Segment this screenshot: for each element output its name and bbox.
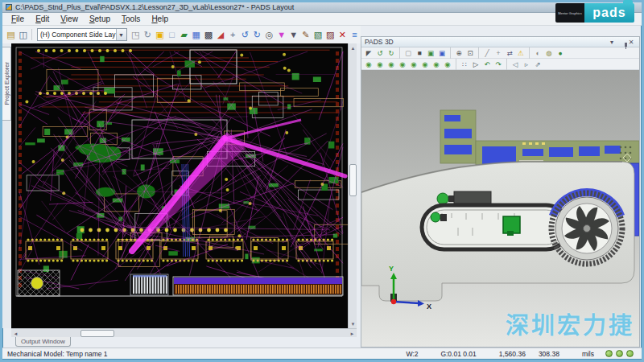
bottom-tab-row: Output Window bbox=[11, 337, 357, 348]
panel-close-icon[interactable]: ✕ bbox=[626, 39, 636, 46]
view-top-icon[interactable]: ◉ bbox=[375, 60, 386, 69]
layer-selector-combo[interactable]: (H) Component Side Lay▼ bbox=[37, 28, 127, 41]
pads-3d-title-bar: PADS 3D ▾ ✕ bbox=[361, 37, 639, 47]
toolbar-separator bbox=[506, 59, 507, 70]
board-top-icon[interactable]: ▣ bbox=[426, 48, 436, 58]
status-light-1[interactable] bbox=[605, 350, 613, 357]
clip-plane-icon[interactable]: ◐ bbox=[533, 48, 543, 58]
toolbar-separator bbox=[31, 29, 32, 40]
snap-icon[interactable]: ⇄ bbox=[505, 48, 515, 58]
toolbar-separator bbox=[399, 47, 400, 59]
canvas-vertical-scrollbar[interactable]: ▲ ▼ bbox=[348, 43, 357, 328]
delete-icon[interactable]: ✕ bbox=[337, 28, 348, 42]
grid-dots-icon[interactable]: ∷ bbox=[460, 60, 470, 69]
rotate-left-icon[interactable]: ↶ bbox=[482, 60, 493, 69]
display-colors-icon[interactable]: ▣ bbox=[155, 28, 165, 42]
stylus-icon[interactable]: ✎ bbox=[300, 28, 311, 42]
toolbar-separator bbox=[478, 47, 479, 59]
layers-icon[interactable]: ≡ bbox=[349, 28, 360, 42]
view-nets-icon[interactable]: ▧ bbox=[312, 28, 323, 42]
layer-selector-value: (H) Component Side Lay bbox=[38, 31, 116, 39]
menu-file[interactable]: File bbox=[6, 14, 30, 24]
menu-setup[interactable]: Setup bbox=[84, 14, 116, 24]
status-coord-x: 1,560.36 bbox=[499, 350, 526, 358]
redo-icon[interactable]: ↻ bbox=[252, 28, 262, 42]
view-right-icon[interactable]: ◉ bbox=[409, 60, 419, 69]
board-solid-icon[interactable]: ■ bbox=[415, 48, 425, 58]
layer-selector-dropdown-icon[interactable]: ▼ bbox=[116, 29, 126, 40]
axis-y-label: Y bbox=[389, 265, 394, 273]
move-icon[interactable]: + bbox=[228, 28, 238, 42]
pads-3d-toolbar-main: ◤↺↻▢■▣▣⊕⊡╱+⇄⚠◐◍● bbox=[361, 47, 639, 59]
rotate-right-icon[interactable]: ↷ bbox=[493, 60, 504, 69]
pads-layout-window: C:\PADS_Stnd_Plus_Eval\PADSVX.1.2\Lesson… bbox=[0, 0, 644, 362]
status-message: Mechanical Model: Temp name 1 bbox=[7, 350, 394, 358]
photo-view-icon[interactable]: ▩ bbox=[203, 28, 213, 42]
pads-logo: pads bbox=[584, 3, 634, 23]
refresh-icon[interactable]: ↻ bbox=[142, 28, 153, 42]
zoom-window-icon[interactable]: ⊡ bbox=[465, 48, 476, 58]
zoom-icon[interactable]: ◎ bbox=[264, 28, 275, 42]
status-light-2[interactable] bbox=[616, 350, 623, 357]
step-forward-icon[interactable]: ▹ bbox=[522, 60, 532, 69]
project-explorer-tab[interactable]: Project Explorer bbox=[2, 47, 11, 121]
axis-x-label: X bbox=[427, 302, 431, 311]
undo-icon[interactable]: ↺ bbox=[240, 28, 250, 42]
view-back-icon[interactable]: ◉ bbox=[431, 60, 442, 69]
drafting-icon[interactable]: □ bbox=[167, 28, 177, 42]
spin-left-icon[interactable]: ↺ bbox=[375, 48, 386, 58]
pcb-canvas[interactable] bbox=[11, 43, 348, 328]
vertical-scroll-thumb[interactable] bbox=[349, 164, 357, 196]
menu-edit[interactable]: Edit bbox=[30, 14, 55, 24]
view-left-icon[interactable]: ◉ bbox=[398, 60, 408, 69]
measure-point-icon[interactable]: + bbox=[493, 48, 504, 58]
filter-net-icon[interactable]: ▼ bbox=[276, 28, 287, 42]
export-icon[interactable]: ◍ bbox=[544, 48, 555, 58]
properties-icon[interactable]: ◳ bbox=[130, 28, 141, 42]
filter-display-icon[interactable]: ▼ bbox=[288, 28, 299, 42]
menu-tools[interactable]: Tools bbox=[116, 14, 146, 24]
status-units: mils bbox=[582, 350, 594, 358]
spin-right-icon[interactable]: ↻ bbox=[386, 48, 397, 58]
view-box-icon[interactable]: ▢ bbox=[403, 48, 414, 58]
view-front-icon[interactable]: ◉ bbox=[420, 60, 431, 69]
menu-bar: FileEditViewSetupToolsHelp bbox=[2, 13, 642, 26]
open-file-icon[interactable]: ▤ bbox=[6, 28, 16, 42]
pads-3d-panel: PADS 3D ▾ ✕ ◤↺↻▢■▣▣⊕⊡╱+⇄⚠◐◍● ◉◉◉◉◉◉◉◉∷▷↶… bbox=[361, 36, 640, 348]
watermark-text: 深圳宏力捷 bbox=[506, 306, 634, 340]
add-route-icon[interactable]: ◢ bbox=[215, 28, 225, 42]
output-window-tab[interactable]: Output Window bbox=[15, 337, 71, 347]
app-icon bbox=[6, 4, 12, 10]
toolbar-separator bbox=[450, 47, 451, 59]
step-back-icon[interactable]: ◁ bbox=[510, 60, 521, 69]
zoom-in-icon[interactable]: ⊕ bbox=[454, 48, 464, 58]
cursor-select-icon[interactable]: ▷ bbox=[471, 60, 481, 69]
status-width: W:2 bbox=[406, 350, 418, 358]
verify-design-icon[interactable]: ▨ bbox=[325, 28, 336, 42]
collision-warning-icon[interactable]: ⚠ bbox=[516, 48, 526, 58]
menu-help[interactable]: Help bbox=[146, 14, 174, 24]
view-bottom-icon[interactable]: ◉ bbox=[386, 60, 397, 69]
pcb-design-drawing bbox=[11, 43, 348, 328]
toolbar-separator bbox=[456, 59, 456, 70]
board-bottom-icon[interactable]: ▣ bbox=[437, 48, 448, 58]
status-light-3[interactable] bbox=[626, 350, 634, 357]
save-icon[interactable]: ◫ bbox=[18, 28, 28, 42]
view-rotate-icon[interactable]: ◉ bbox=[443, 60, 453, 69]
walk-icon[interactable]: ⇗ bbox=[533, 60, 543, 69]
eco-mode-icon[interactable]: ▰ bbox=[179, 28, 189, 42]
status-lights bbox=[605, 350, 634, 357]
measure-icon[interactable]: ╱ bbox=[482, 48, 493, 58]
canvas-horizontal-scrollbar[interactable]: ◄ ► bbox=[11, 328, 357, 337]
horizontal-scroll-thumb[interactable] bbox=[80, 330, 114, 337]
3d-viewport[interactable]: Y X 深圳宏力捷 bbox=[361, 70, 639, 347]
select-arrow-icon[interactable]: ◤ bbox=[364, 48, 374, 58]
main-toolbar: ▤◫(H) Component Side Lay▼◳↻▣□▰▦▩◢+↺↻◎▼▼✎… bbox=[2, 26, 361, 43]
view-iso-icon[interactable]: ◉ bbox=[364, 60, 374, 69]
grid-icon[interactable]: ▦ bbox=[191, 28, 201, 42]
output-window-label: Output Window bbox=[21, 338, 65, 345]
3d-led-top bbox=[437, 193, 448, 204]
sphere-icon[interactable]: ● bbox=[555, 48, 566, 58]
menu-view[interactable]: View bbox=[55, 14, 84, 24]
panel-collapse-icon[interactable]: ▾ bbox=[607, 39, 617, 46]
